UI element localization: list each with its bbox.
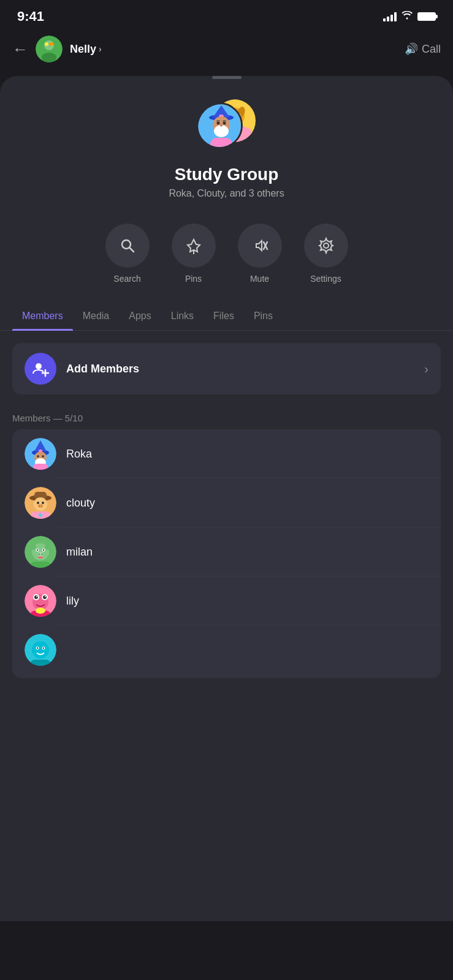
status-icons <box>383 11 436 22</box>
svg-point-73 <box>34 595 38 599</box>
svg-line-28 <box>129 248 134 252</box>
settings-action-label: Settings <box>310 274 341 284</box>
add-members-chevron-icon: › <box>424 362 428 376</box>
group-avatar-front <box>196 102 243 149</box>
svg-point-4 <box>50 42 53 46</box>
tab-media[interactable]: Media <box>73 302 120 330</box>
header-contact-name: Nelly › <box>70 43 102 56</box>
pins-action-button[interactable]: Pins <box>172 224 216 284</box>
tab-members[interactable]: Members <box>12 302 73 330</box>
group-info: Study Group Roka, Clouty, and 3 others <box>0 165 453 217</box>
add-members-label: Add Members <box>66 363 424 375</box>
mute-action-button[interactable]: Mute <box>238 224 282 284</box>
search-action-button[interactable]: Search <box>105 224 150 284</box>
svg-point-83 <box>37 647 38 649</box>
member-row[interactable]: lily <box>12 576 441 625</box>
member-name-lily: lily <box>66 595 79 608</box>
tab-pins[interactable]: Pins <box>244 302 283 330</box>
add-members-button[interactable]: Add Members › <box>12 343 441 394</box>
back-button[interactable]: ← <box>12 40 28 59</box>
svg-point-25 <box>220 125 223 127</box>
search-action-label: Search <box>113 274 140 284</box>
settings-action-button[interactable]: Settings <box>304 224 348 284</box>
svg-point-49 <box>37 502 39 504</box>
call-icon: 🔊 <box>405 42 418 56</box>
pins-action-label: Pins <box>185 274 202 284</box>
svg-rect-85 <box>31 660 50 666</box>
svg-point-50 <box>42 502 44 504</box>
svg-point-3 <box>45 42 48 46</box>
svg-rect-68 <box>31 562 50 568</box>
svg-point-58 <box>30 544 36 550</box>
member-row[interactable]: milan <box>12 527 441 576</box>
status-bar: 9:41 <box>0 0 453 29</box>
svg-point-62 <box>37 549 38 551</box>
header-name-area: Nelly › <box>70 43 102 56</box>
svg-point-23 <box>216 122 219 125</box>
member-avatar-clouty <box>25 487 56 519</box>
svg-point-52 <box>39 505 40 507</box>
detail-sheet: Study Group Roka, Clouty, and 3 others S… <box>0 76 453 921</box>
svg-point-76 <box>45 596 46 597</box>
member-name-milan: milan <box>66 546 93 559</box>
member-avatar-extra <box>25 634 56 666</box>
action-buttons-row: Search Pins Mute <box>0 217 453 302</box>
member-name-roka: Roka <box>66 448 92 461</box>
svg-point-65 <box>38 554 39 555</box>
svg-point-66 <box>41 554 42 555</box>
group-avatar-area <box>0 79 453 165</box>
search-action-circle <box>105 224 150 268</box>
member-row[interactable]: Roka <box>12 429 441 478</box>
header-bar: ← Nelly › 🔊 Call <box>0 29 453 69</box>
wifi-icon <box>402 11 413 22</box>
mute-action-circle <box>238 224 282 268</box>
signal-icon <box>383 12 397 21</box>
svg-point-42 <box>37 455 39 458</box>
svg-point-74 <box>43 595 47 599</box>
svg-point-63 <box>43 549 44 551</box>
svg-point-59 <box>45 544 51 550</box>
svg-point-2 <box>42 53 56 62</box>
svg-point-53 <box>41 505 42 507</box>
add-members-icon-circle <box>25 353 56 385</box>
svg-point-80 <box>32 641 49 658</box>
member-name-clouty: clouty <box>66 497 95 510</box>
call-label: Call <box>422 43 441 56</box>
svg-point-67 <box>38 556 43 559</box>
svg-point-43 <box>42 455 44 458</box>
header-avatar <box>36 36 63 62</box>
group-avatar-stack <box>196 97 257 153</box>
pins-action-circle <box>172 224 216 268</box>
member-row[interactable]: clouty <box>12 478 441 527</box>
tab-links[interactable]: Links <box>161 302 204 330</box>
member-avatar-lily <box>25 585 56 617</box>
svg-point-32 <box>324 243 329 248</box>
group-name: Study Group <box>12 165 441 184</box>
svg-point-22 <box>214 125 229 137</box>
tabs-bar: Members Media Apps Links Files Pins <box>0 302 453 331</box>
tab-files[interactable]: Files <box>204 302 244 330</box>
member-avatar-roka <box>25 438 56 470</box>
status-time: 9:41 <box>17 9 44 24</box>
add-members-section: Add Members › <box>0 331 453 401</box>
header-chevron-icon: › <box>99 44 102 54</box>
member-row[interactable] <box>12 625 441 678</box>
svg-point-33 <box>36 363 42 369</box>
header-left: ← Nelly › <box>12 36 102 62</box>
svg-point-78 <box>36 608 45 614</box>
tab-apps[interactable]: Apps <box>119 302 161 330</box>
battery-icon <box>417 12 436 21</box>
settings-action-circle <box>304 224 348 268</box>
svg-point-24 <box>223 122 226 125</box>
svg-point-84 <box>43 647 44 649</box>
group-members-subtitle: Roka, Clouty, and 3 others <box>12 188 441 199</box>
call-button[interactable]: 🔊 Call <box>405 42 441 56</box>
mute-action-label: Mute <box>250 274 269 284</box>
member-avatar-milan <box>25 536 56 568</box>
svg-rect-44 <box>33 464 48 470</box>
members-count-label: Members — 5/10 <box>0 401 453 429</box>
svg-point-75 <box>36 596 37 597</box>
members-list: Roka <box>12 429 441 678</box>
svg-point-55 <box>39 513 42 517</box>
svg-rect-26 <box>210 138 232 149</box>
